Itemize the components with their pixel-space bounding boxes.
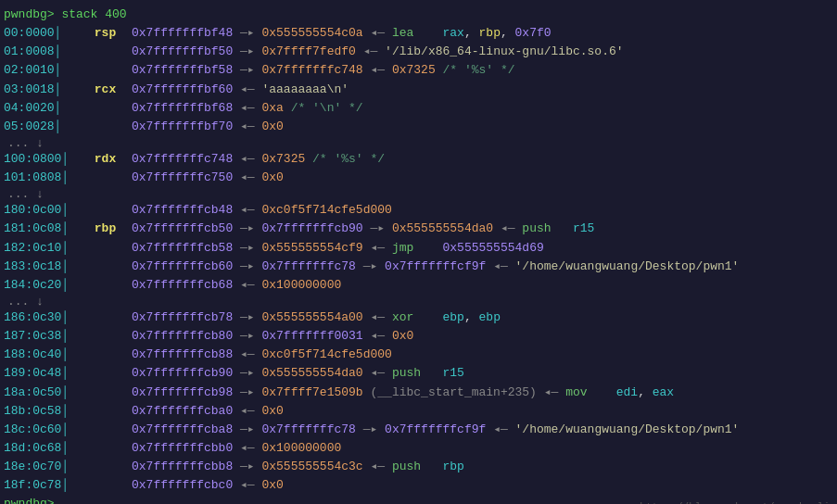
stack-line-100: 100:0800│ rdx 0x7fffffffc748 ◂— 0x7325 /…	[4, 150, 833, 169]
instr: lea	[392, 24, 443, 43]
stack-line-2: 02:0010│ 0x7fffffffbf58 —▸ 0x7fffffffc74…	[4, 61, 833, 80]
stack-line-5: 05:0028│ 0x7fffffffbf70 ◂— 0x0	[4, 118, 833, 136]
stack-line-186: 186:0c30│ 0x7fffffffcb78 —▸ 0x555555554a…	[4, 309, 833, 327]
line-index: 01:0008│	[4, 43, 87, 61]
stack-line-18b: 18b:0c58│ 0x7fffffffcba0 ◂— 0x0	[4, 402, 833, 421]
dots-1: ... ↓	[4, 136, 833, 150]
stack-line-0: 00:0000│ rsp 0x7fffffffbf48 —▸ 0x5555555…	[4, 24, 833, 43]
terminal-container: pwndbg> stack 400 00:0000│ rsp 0x7ffffff…	[0, 0, 837, 504]
stack-line-180: 180:0c00│ 0x7fffffffcb48 ◂— 0xc0f5f714cf…	[4, 201, 833, 220]
line-index: 00:0000│	[4, 24, 87, 43]
stack-line-188: 188:0c40│ 0x7fffffffcb88 ◂— 0xc0f5f714cf…	[4, 346, 833, 364]
dots-3: ... ↓	[4, 295, 833, 309]
addr: 0x7fffffffbf48	[132, 24, 233, 43]
op3: 0x7f0	[515, 24, 552, 43]
reg-label: rsp	[87, 24, 132, 43]
op2: rbp	[479, 24, 501, 43]
terminal: pwndbg> stack 400 00:0000│ rsp 0x7ffffff…	[0, 0, 837, 504]
stack-line-4: 04:0020│ 0x7fffffffbf68 ◂— 0xa /* '\n' *…	[4, 99, 833, 118]
dots-2: ... ↓	[4, 187, 833, 201]
prompt-text: pwndbg> stack 400	[4, 6, 127, 24]
stack-line-18a: 18a:0c50│ 0x7fffffffcb98 —▸ 0x7ffff7e150…	[4, 384, 833, 402]
stack-line-18e: 18e:0c70│ 0x7fffffffcbb8 —▸ 0x555555554c…	[4, 458, 833, 476]
stack-line-182: 182:0c10│ 0x7fffffffcb58 —▸ 0x555555554c…	[4, 239, 833, 258]
val: 0x555555554c0a	[261, 24, 362, 43]
stack-line-187: 187:0c38│ 0x7fffffffcb80 —▸ 0x7fffffff00…	[4, 327, 833, 346]
stack-line-184: 184:0c20│ 0x7fffffffcb68 ◂— 0x100000000	[4, 276, 833, 295]
stack-line-101: 101:0808│ 0x7fffffffc750 ◂— 0x0	[4, 169, 833, 187]
stack-line-18d: 18d:0c68│ 0x7fffffffcbb0 ◂— 0x100000000	[4, 439, 833, 458]
op1: rax	[443, 24, 464, 43]
stack-line-3: 03:0018│ rcx 0x7fffffffbf60 ◂— 'aaaaaaaa…	[4, 81, 833, 99]
stack-line-1: 01:0008│ 0x7fffffffbf50 —▸ 0x7ffff7fedf0…	[4, 43, 833, 61]
prompt-line: pwndbg> stack 400	[4, 6, 833, 24]
stack-line-181: 181:0c08│ rbp 0x7fffffffcb50 —▸ 0x7fffff…	[4, 220, 833, 238]
stack-line-18c: 18c:0c60│ 0x7fffffffcba8 —▸ 0x7fffffffc7…	[4, 421, 833, 439]
watermark: https://blog.csdn.net/yongbaoli	[640, 501, 830, 504]
stack-line-189: 189:0c48│ 0x7fffffffcb90 —▸ 0x555555554d…	[4, 364, 833, 383]
stack-line-18f: 18f:0c78│ 0x7fffffffcbc0 ◂— 0x0	[4, 476, 833, 495]
stack-line-183: 183:0c18│ 0x7fffffffcb60 —▸ 0x7fffffffc7…	[4, 258, 833, 276]
